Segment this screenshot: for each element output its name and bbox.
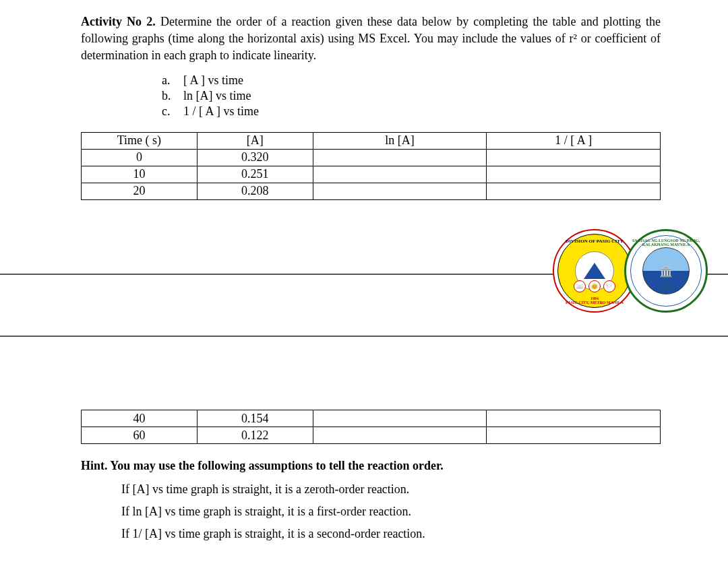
hint-line: If [A] vs time graph is straight, it is …	[121, 482, 661, 497]
table-row: 0 0.320	[82, 149, 661, 166]
cell	[313, 149, 487, 166]
cell: 0.251	[197, 166, 313, 183]
list-item: a. [ A ] vs time	[162, 73, 661, 88]
col-a: [A]	[197, 132, 313, 149]
face-icon: 😊	[588, 280, 601, 292]
activity-instructions: Activity No 2. Determine the order of a …	[81, 13, 661, 65]
cell: 40	[82, 410, 198, 427]
page-break-bottom	[0, 336, 728, 337]
city-seal: SAGISAG NG LUNGSOD NG PASIG, KALAKHANG M…	[624, 229, 708, 313]
cell: 0.154	[197, 410, 313, 427]
activity-text: Determine the order of a reaction given …	[81, 15, 661, 62]
table-row: 40 0.154	[82, 410, 661, 427]
data-table-lower: 40 0.154 60 0.122	[81, 410, 661, 444]
cell	[313, 427, 487, 444]
church-icon: 🏛️	[659, 265, 673, 278]
list-marker: a.	[162, 73, 183, 88]
cell	[487, 427, 661, 444]
cell: 10	[82, 166, 198, 183]
cell	[313, 166, 487, 183]
cell: 0.208	[197, 183, 313, 199]
seal2-year: · 1573 ·	[659, 286, 673, 291]
table-row: 60 0.122	[82, 427, 661, 444]
activity-number: Activity No 2.	[81, 15, 156, 28]
hint-line: If 1/ [A] vs time graph is straight, it …	[121, 527, 661, 541]
hint-line: If ln [A] vs time graph is straight, it …	[121, 505, 661, 519]
book-icon: 📖	[574, 280, 586, 292]
triangle-icon	[584, 263, 605, 279]
list-marker: b.	[162, 88, 183, 104]
col-time: Time ( s)	[82, 132, 198, 149]
list-item: c. 1 / [ A ] vs time	[162, 104, 661, 119]
cell	[487, 183, 661, 199]
list-item: b. ln [A] vs time	[162, 88, 661, 104]
cell	[487, 410, 661, 427]
cell	[487, 149, 661, 166]
cell	[313, 410, 487, 427]
table-row: 20 0.208	[82, 183, 661, 199]
cell: 0	[82, 149, 198, 166]
flag-icon: 🏳️	[603, 280, 615, 292]
col-inva: 1 / [ A ]	[487, 132, 661, 149]
seal2-text-top: SAGISAG NG LUNGSOD NG PASIG, KALAKHANG M…	[631, 239, 701, 247]
list-marker: c.	[162, 104, 183, 119]
cell	[313, 183, 487, 199]
list-text: 1 / [ A ] vs time	[183, 104, 259, 119]
col-lna: ln [A]	[313, 132, 487, 149]
cell: 20	[82, 183, 198, 199]
table-row: 10 0.251	[82, 166, 661, 183]
cell: 0.320	[197, 149, 313, 166]
cell: 60	[82, 427, 198, 444]
table-header-row: Time ( s) [A] ln [A] 1 / [ A ]	[82, 132, 661, 149]
seal-text-bottom: 1994 PASIG CITY, METRO MANILA	[566, 296, 624, 305]
seal-mini-icons: 📖 😊 🏳️	[574, 280, 615, 292]
data-table-upper: Time ( s) [A] ln [A] 1 / [ A ] 0 0.320 1…	[81, 132, 661, 200]
list-text: ln [A] vs time	[183, 88, 251, 104]
cell	[487, 166, 661, 183]
seals: DIVISION OF PASIG CITY 📖 😊 🏳️ 1994 PASIG…	[553, 229, 728, 313]
seal-text-top: DIVISION OF PASIG CITY	[566, 239, 624, 244]
cell: 0.122	[197, 427, 313, 444]
hint-heading: Hint. You may use the following assumpti…	[81, 459, 661, 473]
plot-list: a. [ A ] vs time b. ln [A] vs time c. 1 …	[162, 73, 661, 120]
list-text: [ A ] vs time	[183, 73, 243, 88]
